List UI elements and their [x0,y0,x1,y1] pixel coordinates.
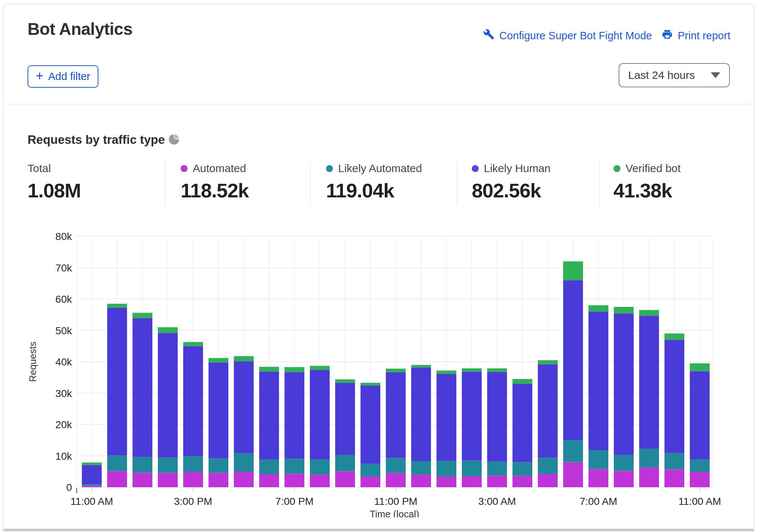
bar-segment [614,313,634,455]
bar-segment [462,372,482,461]
bar-segment [462,476,482,487]
bar-segment [133,318,152,457]
stat-label: Verified bot [626,162,681,175]
svg-text:7:00 PM: 7:00 PM [275,496,314,507]
svg-text:Time (local): Time (local) [370,509,419,517]
bar-segment [487,475,507,487]
pie-chart-icon [169,134,179,145]
requests-by-traffic-type-chart[interactable]: 010k20k30k40k50k60k70k80k11:00 AM3:00 PM… [0,220,757,517]
svg-text:3:00 PM: 3:00 PM [174,496,212,507]
bar-segment [614,471,634,487]
verified-bot-legend-dot [613,165,620,172]
bar-segment [411,461,431,475]
bar-segment [335,471,355,487]
bar-segment [690,371,710,459]
svg-text:40k: 40k [55,356,72,368]
bar-segment [588,311,608,450]
bar-segment [411,475,431,487]
bar-segment [259,367,279,372]
bar-segment [183,342,203,346]
bar-segment [133,313,152,318]
svg-text:11:00 AM: 11:00 AM [678,496,721,507]
bar-segment [107,308,127,456]
stat-label: Likely Automated [338,162,422,175]
horizontal-scrollbar[interactable] [3,529,754,531]
add-filter-button[interactable]: + Add filter [28,65,98,88]
bar-segment [639,449,659,467]
chevron-down-icon [711,72,720,78]
svg-text:7:00 AM: 7:00 AM [580,496,617,507]
bar-segment [563,440,583,462]
bar-segment [639,467,659,487]
wrench-icon [483,29,495,43]
bar-segment [664,453,684,469]
stat-likely-human[interactable]: Likely Human 802.56k [457,161,600,205]
bar-segment [107,304,127,308]
svg-text:80k: 80k [55,231,72,242]
configure-super-bot-fight-mode-link[interactable]: Configure Super Bot Fight Mode [483,29,652,43]
stat-value: 119.04k [326,179,457,202]
likely-automated-legend-dot [326,165,333,172]
bar-segment [183,346,203,456]
bar-segment [209,473,228,487]
bar-segment [690,472,710,487]
svg-text:10k: 10k [55,451,72,462]
bar-segment [310,460,330,475]
bar-segment [259,474,279,487]
stat-verified-bot[interactable]: Verified bot 41.38k [600,161,739,205]
bar-segment [614,455,634,471]
bar-segment [107,456,127,471]
bar-segment [310,370,330,460]
bar-segment [361,386,380,464]
bar-segment [690,459,710,472]
bar-segment [538,360,558,364]
stat-label: Likely Human [484,162,551,175]
bar-segment [512,476,532,487]
bar-segment [234,472,254,487]
stat-label: Automated [193,162,246,175]
bar-segment [664,469,684,487]
bar-segment [259,460,279,474]
bar-segment [234,361,254,453]
add-filter-label: Add filter [48,70,90,83]
stat-likely-automated[interactable]: Likely Automated 119.04k [310,161,457,205]
time-range-dropdown[interactable]: Last 24 hours [619,63,730,87]
bar-segment [335,379,355,383]
bar-segment [158,473,178,487]
bar-segment [209,358,228,362]
print-report-link[interactable]: Print report [662,29,730,43]
svg-text:0: 0 [66,482,72,493]
printer-icon [662,29,673,43]
bar-segment [437,371,456,374]
bar-segment [639,310,659,316]
bar-segment [512,384,532,462]
bar-segment [361,477,380,487]
time-range-value: Last 24 hours [628,69,711,81]
bar-segment [437,374,456,461]
bar-segment [285,372,304,459]
bar-segment [82,462,102,465]
bar-segment [82,486,102,487]
stat-value: 41.38k [613,179,739,202]
bar-segment [386,372,406,458]
bar-segment [487,372,507,462]
bar-segment [538,474,558,487]
svg-text:3:00 AM: 3:00 AM [478,496,516,507]
bar-segment [437,461,456,477]
bar-segment [361,464,380,477]
bar-segment [512,462,532,476]
bar-segment [512,379,532,384]
bar-segment [563,261,583,280]
bar-segment [234,453,254,472]
bar-segment [563,280,583,440]
bar-segment [487,368,507,372]
bar-segment [259,372,279,460]
stat-automated[interactable]: Automated 118.52k [165,161,310,205]
bar-segment [310,475,330,487]
bar-segment [411,367,431,461]
stat-total[interactable]: Total 1.08M [28,161,165,205]
bar-segment [386,369,406,372]
bar-segment [285,459,304,474]
bar-segment [538,364,558,458]
bar-segment [563,462,583,487]
